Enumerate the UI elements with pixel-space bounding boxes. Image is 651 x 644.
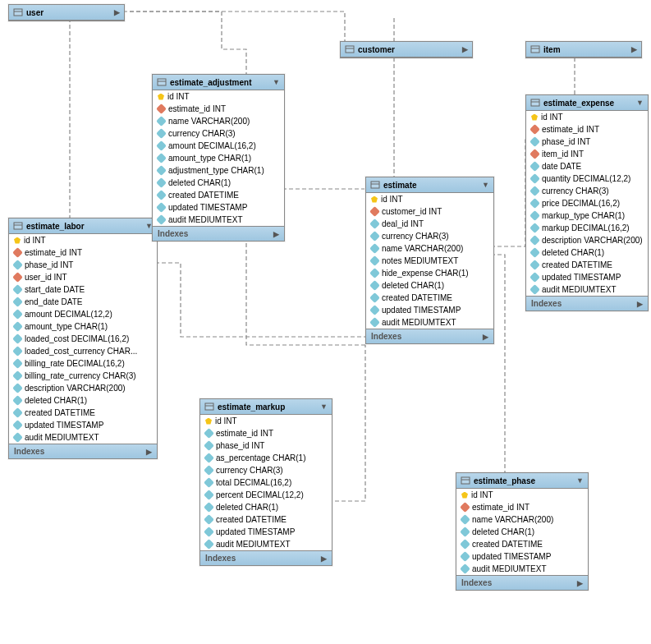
column-row: id INT bbox=[153, 90, 284, 103]
column-row: deleted CHAR(1) bbox=[456, 526, 588, 538]
column-label: description VARCHAR(200) bbox=[25, 384, 126, 393]
table-header: estimate_adjustment▼ bbox=[153, 75, 284, 90]
key-icon bbox=[371, 196, 378, 203]
expand-icon: ▶ bbox=[483, 333, 488, 341]
field-icon bbox=[12, 395, 23, 406]
column-label: total DECIMAL(16,2) bbox=[216, 478, 291, 487]
field-icon bbox=[156, 116, 167, 126]
column-row: updated TIMESTAMP bbox=[9, 419, 157, 431]
column-label: currency CHAR(3) bbox=[382, 232, 449, 241]
column-label: as_percentage CHAR(1) bbox=[216, 453, 306, 462]
column-row: created DATETIME bbox=[366, 292, 493, 304]
column-label: notes MEDIUMTEXT bbox=[382, 256, 458, 265]
field-icon bbox=[156, 214, 167, 225]
column-row: updated TIMESTAMP bbox=[366, 304, 493, 316]
column-row: currency CHAR(3) bbox=[200, 464, 332, 476]
field-icon bbox=[12, 370, 23, 381]
table-item[interactable]: item▶ bbox=[525, 41, 642, 58]
field-icon bbox=[156, 140, 167, 151]
collapse-icon: ▼ bbox=[636, 99, 644, 107]
collapse-icon: ▼ bbox=[576, 476, 584, 485]
field-icon bbox=[12, 432, 23, 443]
column-label: updated TIMESTAMP bbox=[168, 203, 247, 212]
column-label: amount DECIMAL(16,2) bbox=[168, 141, 256, 150]
column-label: updated TIMESTAMP bbox=[382, 306, 461, 315]
column-row: name VARCHAR(200) bbox=[456, 513, 588, 526]
svg-rect-4 bbox=[531, 46, 539, 53]
field-icon bbox=[460, 539, 470, 550]
column-row: deleted CHAR(1) bbox=[9, 394, 157, 407]
column-label: id INT bbox=[471, 490, 493, 499]
field-icon bbox=[156, 190, 167, 200]
field-icon bbox=[204, 539, 214, 550]
column-label: billing_rate_currency CHAR(3) bbox=[25, 371, 136, 380]
expand-icon: ▶ bbox=[146, 448, 152, 456]
column-row: audit MEDIUMTEXT bbox=[200, 538, 332, 550]
indexes-row[interactable]: Indexes▶ bbox=[526, 296, 648, 310]
column-row: created DATETIME bbox=[526, 259, 648, 271]
field-icon bbox=[369, 231, 380, 242]
columns-list: id INTestimate_id INTphase_id INTuser_id… bbox=[9, 234, 157, 444]
field-icon bbox=[12, 334, 23, 344]
table-estimate[interactable]: estimate▼ id INTcustomer_id INTdeal_id I… bbox=[365, 177, 494, 344]
expand-icon: ▶ bbox=[577, 579, 583, 587]
indexes-row[interactable]: Indexes▶ bbox=[366, 329, 493, 343]
column-row: audit MEDIUMTEXT bbox=[9, 431, 157, 444]
table-header: estimate_phase▼ bbox=[456, 473, 588, 489]
columns-list: id INTestimate_id INTname VARCHAR(200)cu… bbox=[153, 90, 284, 226]
indexes-row[interactable]: Indexes▶ bbox=[456, 575, 588, 590]
svg-rect-0 bbox=[14, 9, 22, 16]
table-header: estimate▼ bbox=[366, 177, 493, 193]
indexes-row[interactable]: Indexes▶ bbox=[200, 550, 332, 565]
column-label: audit MEDIUMTEXT bbox=[216, 540, 291, 549]
column-row: deleted CHAR(1) bbox=[526, 246, 648, 259]
table-header: item▶ bbox=[526, 42, 641, 58]
columns-list: id INTcustomer_id INTdeal_id INTcurrency… bbox=[366, 193, 493, 329]
column-label: name VARCHAR(200) bbox=[472, 515, 553, 524]
field-icon bbox=[530, 284, 540, 295]
column-row: loaded_cost DECIMAL(16,2) bbox=[9, 333, 157, 345]
column-row: loaded_cost_currency CHAR... bbox=[9, 345, 157, 357]
table-estimate-markup[interactable]: estimate_markup▼ id INTestimate_id INTph… bbox=[199, 398, 332, 566]
column-label: phase_id INT bbox=[542, 137, 590, 146]
column-label: loaded_cost_currency CHAR... bbox=[25, 347, 137, 356]
column-row: phase_id INT bbox=[200, 439, 332, 452]
table-estimate-labor[interactable]: estimate_labor▼ id INTestimate_id INTpha… bbox=[8, 218, 158, 459]
column-row: id INT bbox=[9, 234, 157, 246]
table-user[interactable]: user▶ bbox=[8, 4, 125, 21]
column-label: deleted CHAR(1) bbox=[216, 503, 278, 512]
field-icon bbox=[204, 490, 214, 500]
column-label: id INT bbox=[167, 92, 190, 101]
field-icon bbox=[156, 153, 167, 163]
field-icon bbox=[204, 440, 214, 451]
column-label: item_id INT bbox=[542, 150, 584, 159]
table-title: estimate_expense bbox=[543, 99, 614, 108]
fk-icon bbox=[12, 272, 23, 283]
table-title: estimate_adjustment bbox=[170, 78, 251, 87]
svg-rect-10 bbox=[371, 182, 379, 188]
svg-rect-12 bbox=[531, 99, 539, 106]
field-icon bbox=[12, 321, 23, 332]
indexes-row[interactable]: Indexes▶ bbox=[9, 444, 157, 458]
column-label: amount_type CHAR(1) bbox=[25, 322, 108, 331]
table-estimate-expense[interactable]: estimate_expense▼ id INTestimate_id INTp… bbox=[525, 94, 649, 311]
indexes-row[interactable]: Indexes▶ bbox=[153, 226, 284, 241]
field-icon bbox=[204, 477, 214, 488]
table-estimate-adjustment[interactable]: estimate_adjustment▼ id INTestimate_id I… bbox=[152, 74, 285, 242]
field-icon bbox=[12, 260, 23, 270]
table-estimate-phase[interactable]: estimate_phase▼ id INTestimate_id INTnam… bbox=[456, 472, 589, 591]
collapse-icon: ▼ bbox=[320, 402, 328, 411]
column-row: amount_type CHAR(1) bbox=[9, 320, 157, 333]
field-icon bbox=[12, 420, 23, 430]
field-icon bbox=[204, 428, 214, 439]
column-row: description VARCHAR(200) bbox=[526, 234, 648, 246]
column-label: deleted CHAR(1) bbox=[168, 178, 231, 187]
column-row: id INT bbox=[366, 193, 493, 205]
column-label: billing_rate DECIMAL(16,2) bbox=[25, 359, 125, 368]
table-customer[interactable]: customer▶ bbox=[340, 41, 473, 58]
field-icon bbox=[369, 218, 380, 229]
svg-rect-6 bbox=[14, 223, 22, 229]
field-icon bbox=[156, 202, 167, 213]
field-icon bbox=[530, 210, 540, 221]
column-row: estimate_id INT bbox=[526, 123, 648, 136]
